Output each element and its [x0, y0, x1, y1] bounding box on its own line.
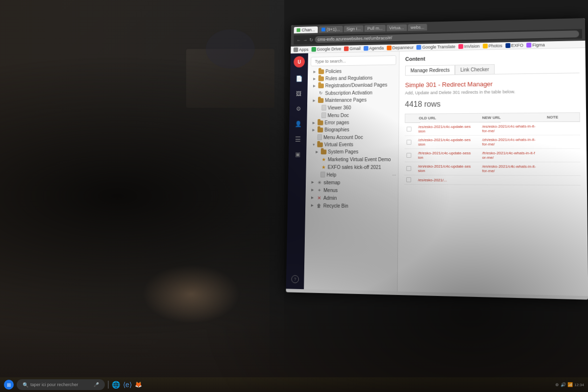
taskbar-firefox-icon[interactable]: 🦊	[135, 381, 142, 388]
bookmark-depanneur[interactable]: Depanneur	[387, 45, 414, 50]
bookmark-photos[interactable]: Photos	[483, 43, 502, 49]
col-sort-1	[473, 116, 480, 120]
tab-link-checker[interactable]: Link Checker	[455, 64, 495, 74]
tray-icon-1: ⊕	[555, 382, 559, 387]
bookmark-agenda[interactable]: Agenda	[364, 46, 384, 50]
tree-label: Menu Account Doc	[323, 134, 396, 140]
sidebar-spacer	[295, 163, 297, 270]
row-checkbox[interactable]	[406, 166, 411, 171]
tray-icon-2: 🔊	[561, 382, 566, 387]
hand-area	[142, 265, 240, 323]
taskbar-ie-icon[interactable]: 🌐	[112, 381, 120, 389]
sidebar-icon-users[interactable]: 👤	[292, 117, 305, 130]
bookmark-translate[interactable]: Google Translate	[416, 44, 455, 49]
taskbar-search[interactable]: 🔍 taper ici pour rechercher 🎤	[17, 379, 105, 390]
col-old-url: OLD URL	[419, 116, 471, 121]
bookmark-invision[interactable]: InVision	[458, 44, 480, 49]
browser-tab-6[interactable]: webs...	[408, 24, 427, 31]
browser-tab-active[interactable]: Chan...	[294, 26, 318, 33]
browser-tab-2[interactable]: (9+1)...	[318, 26, 343, 33]
tree-label: Menu Doc	[327, 112, 396, 118]
tree-item-help[interactable]: Help ···	[306, 171, 398, 178]
sidebar-icon-help[interactable]: ?	[289, 272, 302, 286]
bookmark-translate-label: Google Translate	[422, 44, 456, 49]
bookmark-drive-label: Google Drive	[317, 47, 341, 52]
bookmark-exfo[interactable]: EXFO	[505, 43, 523, 48]
tree-item-viewer360[interactable]: Viewer 360	[307, 103, 399, 111]
rows-count: 4418 rows	[405, 98, 580, 109]
bookmark-gmail[interactable]: Gmail	[344, 46, 361, 51]
old-url: /zh/esko-2021/c4c-update-session	[418, 138, 471, 147]
address-field[interactable]: cms-exfo.azurewebsites.net/umbraco/#/	[315, 30, 579, 43]
tree-item-virtualevents[interactable]: ▼ Virtual Events	[306, 141, 398, 148]
sidebar-icon-forms[interactable]: ☰	[291, 132, 304, 146]
sidebar-icon-packages[interactable]: ▣	[291, 147, 304, 161]
table-header: OLD URL NEW URL NOTE	[405, 112, 580, 122]
taskbar-edge-icon[interactable]: ⟨e⟩	[123, 381, 132, 389]
tab-label-5: Virtua...	[389, 25, 404, 30]
forward-button[interactable]: →	[303, 37, 308, 43]
tree-item-recycle[interactable]: ▶ 🗑 Recycle Bin	[305, 201, 398, 210]
invision-icon	[458, 44, 463, 49]
table-row: /zh/esko-2021/c4c-update-session /zh/esk…	[405, 135, 581, 149]
tree-label: Maintenance Pages	[325, 97, 397, 103]
tree-item-error[interactable]: ▶ Error pages	[307, 119, 398, 126]
arrow-icon: ▶	[316, 150, 319, 154]
back-button[interactable]: ←	[296, 37, 301, 43]
arrow-icon: ▶	[313, 98, 317, 102]
tree-item-menudoc[interactable]: Menu Doc	[307, 111, 398, 119]
tree-label: sitemap	[323, 180, 396, 186]
windows-button[interactable]: ⊞	[4, 380, 14, 390]
search-input[interactable]	[311, 55, 396, 66]
content-icon: 📄	[295, 75, 302, 82]
tree-item-menus[interactable]: ▶ ✦ Menus	[306, 186, 398, 195]
row-checkbox[interactable]	[407, 127, 412, 132]
browser-window: Chan... (9+1)... Sign I... Pull m... Vir…	[286, 18, 588, 300]
more-icon[interactable]: ···	[392, 172, 396, 177]
tree-item-marketing[interactable]: ★ Marketing Virtual Event Demo	[306, 155, 398, 163]
col-sort-2	[538, 115, 545, 120]
tree-item-admin[interactable]: ▶ ✕ Admin	[305, 194, 398, 202]
sidebar-icon-media[interactable]: 🖼	[292, 87, 305, 100]
sidebar-icon-settings[interactable]: ⚙	[292, 102, 305, 115]
apps-icon	[294, 48, 298, 52]
tree-label: Rules and Regulations	[325, 75, 397, 81]
row-checkbox[interactable]	[407, 140, 412, 145]
desk-lamp	[206, 29, 255, 69]
search-icon: 🔍	[23, 382, 28, 388]
tree-label: Menus	[323, 187, 396, 193]
cms-body: U 📄 🖼 ⚙ 👤 ☰ ▣ ?	[286, 48, 588, 296]
row-checkbox[interactable]	[406, 177, 411, 182]
tree-item-systempages[interactable]: ▶ System Pages	[306, 148, 398, 155]
sidebar-icon-content[interactable]: 📄	[293, 72, 306, 85]
tab-manage-redirects[interactable]: Manage Redirects	[405, 65, 455, 75]
old-url: /es/esko-2021/c4c-update-session	[418, 124, 471, 133]
browser-tab-5[interactable]: Virtua...	[387, 24, 407, 31]
tree-item-sitemap[interactable]: ▶ ✳ sitemap	[306, 178, 398, 187]
tree-item-biographies[interactable]: ▶ Biographies	[307, 126, 398, 134]
mic-icon: 🎤	[94, 382, 99, 387]
browser-tab-4[interactable]: Pull m...	[365, 25, 386, 32]
help-icon: ?	[291, 275, 299, 283]
bookmark-exfo-label: EXFO	[511, 43, 523, 48]
tree-label: Admin	[323, 195, 396, 201]
row-checkbox[interactable]	[406, 153, 411, 158]
tree-label: EXFO sales kick-off 2021	[328, 164, 396, 170]
content-tabs: Manage Redirects Link Checker	[405, 63, 580, 75]
table-row: /en/esko-2021/c4c-update-session /en/esk…	[404, 162, 581, 176]
drive-icon	[311, 47, 316, 52]
folder-icon	[321, 149, 327, 154]
arrow-icon: ▶	[313, 77, 317, 81]
tree-label: Recycle Bin	[323, 203, 396, 209]
browser-tab-3[interactable]: Sign I...	[343, 25, 364, 32]
new-url: /fr/esko-2021/c4c-whats-in-it-for-me/	[482, 151, 537, 160]
tree-item-exfo-sales[interactable]: ★ EXFO sales kick-off 2021	[306, 163, 398, 171]
bookmark-figma[interactable]: Figma	[526, 43, 545, 48]
bookmark-apps[interactable]: Apps	[294, 47, 309, 52]
tree-item-menuaccount[interactable]: Menu Account Doc	[307, 133, 398, 141]
reload-button[interactable]: ↻	[309, 37, 313, 43]
refresh-icon: ↻	[318, 90, 324, 96]
users-icon: 👤	[294, 121, 301, 127]
tree-label: Registration/Download Pages	[325, 82, 397, 88]
bookmark-drive[interactable]: Google Drive	[311, 47, 341, 52]
